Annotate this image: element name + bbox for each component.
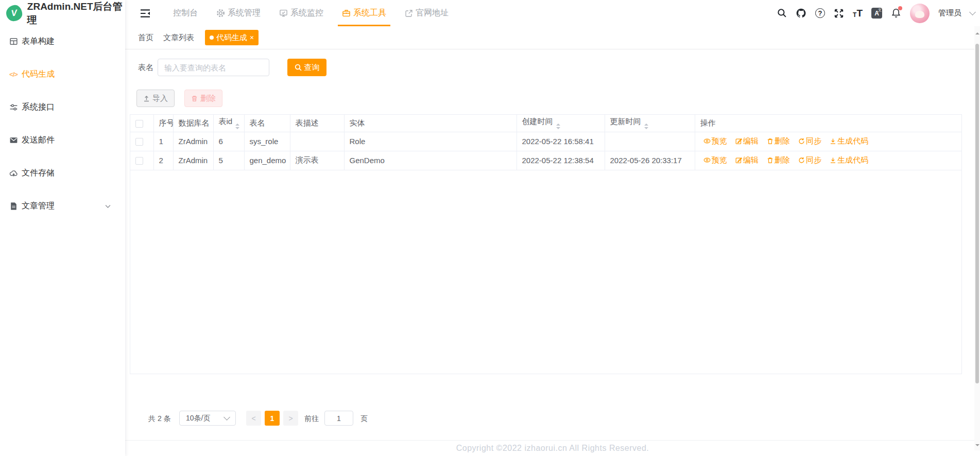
sliders-icon	[9, 102, 18, 112]
sort-icon[interactable]	[235, 124, 239, 129]
tab-close-icon[interactable]: ×	[250, 34, 254, 41]
user-menu-chevron-icon[interactable]	[969, 9, 976, 15]
sidebar: V ZRAdmin.NET后台管理 表单构建 </> 代码生成 系统接口	[0, 0, 125, 456]
sidebar-item-label: 代码生成	[22, 69, 55, 80]
goto-page-input[interactable]	[324, 411, 353, 426]
download-icon	[830, 157, 836, 164]
top-navbar: 控制台 系统管理 系统监控 系统工具	[125, 0, 980, 26]
cell-created-at: 2022-05-22 16:58:41	[517, 132, 605, 151]
edit-action[interactable]: 编辑	[735, 136, 759, 146]
github-icon[interactable]	[796, 8, 806, 19]
page-number-button[interactable]: 1	[265, 411, 280, 426]
language-icon[interactable]: A文	[871, 8, 882, 19]
sidebar-item-code-generation[interactable]: </> 代码生成	[0, 58, 125, 91]
search-button[interactable]: 查询	[287, 59, 326, 76]
row-checkbox[interactable]	[135, 157, 143, 165]
tab-article-list[interactable]: 文章列表	[163, 26, 194, 49]
trash-icon	[191, 95, 198, 102]
cell-database: ZrAdmin	[173, 151, 213, 170]
header-table-id[interactable]: 表id	[213, 115, 244, 132]
logo-row[interactable]: V ZRAdmin.NET后台管理	[0, 0, 125, 26]
goto-suffix: 页	[360, 414, 368, 424]
generate-code-action[interactable]: 生成代码	[830, 155, 868, 165]
vertical-scrollbar[interactable]	[974, 26, 980, 450]
cell-entity: Role	[344, 132, 517, 151]
pagination-total: 共 2 条	[148, 414, 171, 424]
form-grid-icon	[9, 37, 18, 46]
tag-view-bar: 首页 文章列表 代码生成 ×	[125, 26, 980, 49]
copyright-text: Copyright ©2022 izhaorui.cn All Rights R…	[456, 444, 649, 453]
download-icon	[830, 138, 836, 145]
font-size-icon[interactable]: TT	[853, 8, 863, 18]
monitor-icon	[279, 9, 288, 17]
header-seq: 序号	[153, 115, 173, 132]
eye-icon	[703, 156, 711, 164]
cell-database: ZrAdmin	[173, 132, 213, 151]
sidebar-item-file-storage[interactable]: 文件存储	[0, 156, 125, 189]
cell-description	[290, 132, 344, 151]
sort-icon[interactable]	[644, 124, 648, 129]
app-logo: V	[5, 4, 23, 22]
sidebar-item-label: 表单构建	[22, 36, 55, 47]
delete-button-label: 删除	[200, 94, 216, 103]
notification-bell-icon[interactable]	[891, 8, 901, 19]
help-icon[interactable]: ?	[815, 8, 825, 18]
refresh-icon	[798, 157, 805, 164]
generate-code-action[interactable]: 生成代码	[830, 136, 868, 146]
edit-action[interactable]: 编辑	[735, 155, 759, 165]
preview-action[interactable]: 预览	[703, 136, 727, 146]
avatar[interactable]	[910, 4, 930, 23]
tab-code-generation[interactable]: 代码生成 ×	[205, 30, 259, 45]
row-checkbox[interactable]	[135, 138, 143, 146]
scroll-up-arrow-icon[interactable]	[975, 32, 979, 34]
user-name[interactable]: 管理员	[938, 8, 961, 18]
document-icon	[9, 201, 18, 211]
sidebar-item-send-mail[interactable]: 发送邮件	[0, 124, 125, 156]
table-name-label: 表名	[138, 63, 153, 73]
cell-seq: 1	[153, 132, 173, 151]
nav-item-system-monitoring[interactable]: 系统监控	[270, 0, 333, 26]
sync-action[interactable]: 同步	[798, 136, 821, 146]
next-page-button[interactable]: >	[283, 411, 298, 426]
scrollbar-thumb[interactable]	[975, 44, 979, 383]
delete-button[interactable]: 删除	[184, 90, 222, 107]
nav-item-system-tools[interactable]: 系统工具	[333, 0, 396, 26]
nav-item-official-site[interactable]: 官网地址	[396, 0, 458, 26]
search-icon[interactable]	[777, 8, 787, 18]
menu-fold-icon[interactable]	[139, 7, 151, 20]
sidebar-item-label: 发送邮件	[22, 135, 55, 146]
sidebar-item-article-management[interactable]: 文章管理	[0, 189, 125, 222]
tab-home[interactable]: 首页	[138, 26, 153, 49]
delete-action[interactable]: 删除	[767, 155, 790, 165]
page-size-value: 10条/页	[186, 414, 210, 423]
preview-action[interactable]: 预览	[703, 155, 727, 165]
sidebar-menu: 表单构建 </> 代码生成 系统接口 发送邮件	[0, 25, 125, 222]
top-menu: 控制台 系统管理 系统监控 系统工具	[164, 0, 458, 26]
nav-item-console[interactable]: 控制台	[164, 0, 207, 26]
sync-action[interactable]: 同步	[798, 155, 821, 165]
nav-item-system-management[interactable]: 系统管理	[207, 0, 270, 26]
page-size-select[interactable]: 10条/页	[179, 411, 236, 426]
table-row: 2 ZrAdmin 5 gen_demo 演示表 GenDemo 2022-05…	[130, 151, 961, 170]
fullscreen-icon[interactable]	[834, 8, 844, 19]
delete-action[interactable]: 删除	[767, 136, 790, 146]
header-database: 数据库名	[173, 115, 213, 132]
select-all-checkbox[interactable]	[135, 120, 143, 128]
table-name-input[interactable]	[158, 59, 269, 76]
navbar-right-tools: ? TT A文 管理员	[777, 0, 975, 26]
prev-page-button[interactable]: <	[246, 411, 261, 426]
footer: Copyright ©2022 izhaorui.cn All Rights R…	[125, 440, 980, 456]
gear-icon	[216, 9, 225, 17]
header-created-at[interactable]: 创建时间	[517, 115, 605, 132]
sidebar-item-label: 文件存储	[22, 168, 55, 179]
sidebar-item-form-builder[interactable]: 表单构建	[0, 25, 125, 58]
scroll-down-arrow-icon[interactable]	[975, 444, 979, 446]
header-updated-at[interactable]: 更新时间	[605, 115, 695, 132]
header-table-name: 表名	[244, 115, 290, 132]
import-button[interactable]: 导入	[136, 90, 175, 107]
sort-icon[interactable]	[556, 124, 560, 129]
cell-description: 演示表	[290, 151, 344, 170]
mail-icon	[9, 135, 18, 145]
header-entity: 实体	[344, 115, 517, 132]
sidebar-item-system-api[interactable]: 系统接口	[0, 91, 125, 124]
